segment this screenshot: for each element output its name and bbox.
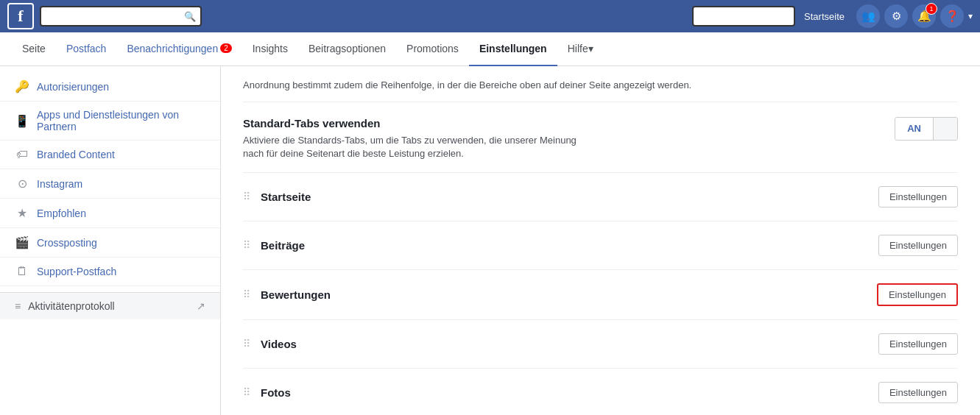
row-title-fotos: Fotos	[261, 386, 291, 399]
main-layout: 🔑 Autorisierungen 📱 Apps und Dienstleist…	[0, 66, 980, 415]
row-fotos: ⠿ Fotos Einstellungen	[243, 369, 958, 415]
toggle-description: Aktiviere die Standards-Tabs, um die Tab…	[243, 134, 596, 160]
sidebar-item-support[interactable]: 🗒 Support-Postfach	[0, 258, 220, 286]
list-icon: ≡	[15, 300, 21, 312]
gear-icon[interactable]: ⚙	[884, 4, 908, 28]
settings-btn-videos[interactable]: Einstellungen	[878, 333, 958, 355]
top-right-input[interactable]	[692, 6, 795, 26]
star-icon: ★	[15, 206, 29, 220]
notifications-icon[interactable]: 🔔	[912, 4, 936, 28]
sidebar-aktivitaeten-label: Aktivitätenprotokoll	[28, 300, 115, 312]
search-input[interactable]	[46, 11, 181, 22]
drag-handle-fotos[interactable]: ⠿	[243, 386, 250, 398]
row-title-videos: Videos	[261, 338, 297, 350]
sidebar-item-crossposting[interactable]: 🎬 Crossposting	[0, 228, 220, 258]
tag-icon: 🏷	[15, 148, 29, 161]
sidebar-label-apps: Apps und Dienstleistungen von Partnern	[37, 109, 205, 132]
nav-hilfe[interactable]: Hilfe ▾	[557, 32, 604, 66]
video-icon: 🎬	[15, 235, 29, 249]
nav-postfach[interactable]: Postfach	[56, 32, 116, 66]
nav-insights[interactable]: Insights	[242, 32, 298, 66]
friends-icon[interactable]: 👥	[856, 4, 880, 28]
drag-handle-videos[interactable]: ⠿	[243, 338, 250, 350]
content-area: Anordnung bestimmt zudem die Reihenfolge…	[221, 66, 980, 415]
sidebar-label-instagram: Instagram	[37, 178, 82, 190]
dropdown-arrow-icon[interactable]: ▾	[968, 11, 973, 21]
drag-handle-startseite[interactable]: ⠿	[243, 191, 250, 202]
nav-beitragsoptionen[interactable]: Beitragsoptionen	[298, 32, 396, 66]
sidebar-label-autorisierungen: Autorisierungen	[37, 81, 109, 93]
sidebar-label-support: Support-Postfach	[37, 266, 116, 277]
sidebar-label-empfohlen: Empfohlen	[37, 208, 86, 219]
toggle-section: Standard-Tabs verwenden Aktiviere die St…	[243, 102, 958, 173]
row-bewertungen: ⠿ Bewertungen Einstellungen	[243, 270, 958, 320]
help-icon[interactable]: ❓	[940, 4, 964, 28]
key-icon: 🔑	[15, 79, 29, 93]
fb-logo: f	[7, 3, 34, 29]
toggle-on-button[interactable]: AN	[895, 118, 934, 140]
drag-handle-bewertungen[interactable]: ⠿	[243, 288, 250, 300]
top-search-box[interactable]: 🔍	[40, 6, 202, 26]
sidebar-item-apps[interactable]: 📱 Apps und Dienstleistungen von Partnern	[0, 102, 220, 141]
drag-handle-beitraege[interactable]: ⠿	[243, 239, 250, 251]
second-nav: Seite Postfach Benachrichtigungen2 Insig…	[0, 32, 980, 66]
row-title-beitraege: Beiträge	[261, 239, 305, 252]
instagram-icon: ⊙	[15, 177, 29, 191]
sidebar-item-autorisierungen[interactable]: 🔑 Autorisierungen	[0, 72, 220, 102]
export-icon[interactable]: ↗	[197, 300, 205, 312]
row-title-startseite: Startseite	[261, 191, 311, 203]
row-beitraege: ⠿ Beiträge Einstellungen	[243, 221, 958, 270]
settings-btn-fotos[interactable]: Einstellungen	[878, 382, 958, 403]
nav-benachrichtigungen[interactable]: Benachrichtigungen2	[116, 32, 242, 66]
sidebar-aktivitaeten[interactable]: ≡ Aktivitätenprotokoll ↗	[0, 292, 220, 319]
nav-promotions[interactable]: Promotions	[396, 32, 469, 66]
content-description: Anordnung bestimmt zudem die Reihenfolge…	[243, 66, 958, 102]
sidebar-item-empfohlen[interactable]: ★ Empfohlen	[0, 199, 220, 228]
settings-btn-bewertungen[interactable]: Einstellungen	[877, 283, 958, 306]
toggle-button-group[interactable]: AN	[895, 117, 958, 141]
sidebar-label-crossposting: Crossposting	[37, 237, 97, 249]
sidebar-item-branded[interactable]: 🏷 Branded Content	[0, 141, 220, 169]
toggle-title: Standard-Tabs verwenden	[243, 117, 596, 130]
nav-seite[interactable]: Seite	[12, 32, 56, 66]
apps-icon: 📱	[15, 114, 29, 128]
settings-btn-beitraege[interactable]: Einstellungen	[878, 235, 958, 256]
sidebar-label-branded: Branded Content	[37, 149, 115, 160]
toggle-off-button[interactable]	[934, 118, 957, 140]
row-videos: ⠿ Videos Einstellungen	[243, 320, 958, 369]
sidebar: 🔑 Autorisierungen 📱 Apps und Dienstleist…	[0, 66, 221, 415]
nav-einstellungen[interactable]: Einstellungen	[469, 32, 557, 66]
top-nav: f 🔍 Startseite 👥 ⚙ 🔔 ❓ ▾	[0, 0, 980, 32]
sidebar-item-instagram[interactable]: ⊙ Instagram	[0, 169, 220, 199]
benachrichtigungen-badge: 2	[220, 43, 232, 53]
search-icon[interactable]: 🔍	[184, 11, 196, 22]
row-startseite: ⠿ Startseite Einstellungen	[243, 173, 958, 221]
top-icons: 👥 ⚙ 🔔 ❓ ▾	[856, 4, 973, 28]
support-icon: 🗒	[15, 265, 29, 278]
startseite-label: Startseite	[804, 11, 845, 22]
row-title-bewertungen: Bewertungen	[261, 288, 331, 301]
toggle-info: Standard-Tabs verwenden Aktiviere die St…	[243, 117, 596, 160]
settings-btn-startseite[interactable]: Einstellungen	[878, 186, 958, 208]
